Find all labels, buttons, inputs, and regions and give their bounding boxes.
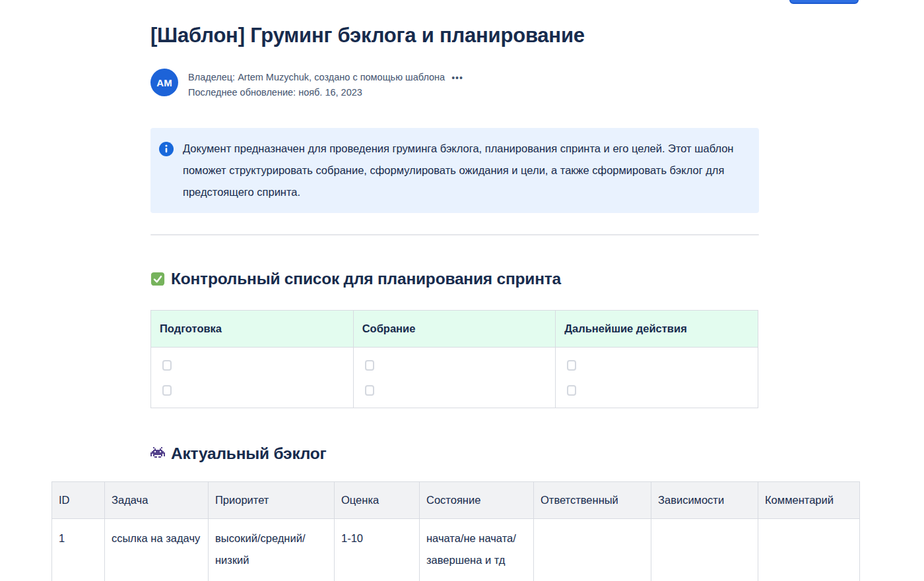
task-checkbox[interactable] bbox=[365, 385, 374, 396]
checklist-col-header: Дальнейшие действия bbox=[556, 311, 758, 348]
content-divider bbox=[150, 234, 759, 235]
info-panel: Документ предназначен для проведения гру… bbox=[150, 128, 759, 213]
checklist-heading-text: Контрольный список для планирования спри… bbox=[171, 270, 561, 288]
info-panel-text: Документ предназначен для проведения гру… bbox=[183, 138, 746, 203]
backlog-cell-assignee bbox=[534, 519, 651, 581]
backlog-col-header: Комментарий bbox=[758, 482, 860, 519]
top-right-primary-button[interactable] bbox=[789, 0, 859, 4]
updated-line: Последнее обновление: нояб. 16, 2023 bbox=[188, 85, 463, 100]
backlog-cell-priority: высокий/средний/низкий bbox=[209, 519, 335, 581]
backlog-cell-comment bbox=[758, 519, 860, 581]
checklist-cell bbox=[556, 348, 758, 408]
info-icon bbox=[158, 141, 174, 157]
checklist-row bbox=[151, 348, 758, 408]
task-checkbox[interactable] bbox=[567, 360, 576, 371]
backlog-cell-status: начата/не начата/завершена и тд bbox=[420, 519, 534, 581]
backlog-row: 1 ссылка на задачу высокий/средний/низки… bbox=[52, 519, 860, 581]
byline: AM Владелец: Artem Muzychuk, создано с п… bbox=[150, 69, 759, 100]
backlog-col-header: Ответственный bbox=[534, 482, 651, 519]
backlog-cell-id: 1 bbox=[52, 519, 105, 581]
backlog-cell-dependencies bbox=[651, 519, 758, 581]
byline-text: Владелец: Artem Muzychuk, создано с помо… bbox=[188, 69, 463, 100]
more-options-button[interactable]: ••• bbox=[451, 73, 463, 82]
page-title: [Шаблон] Груминг бэклога и планирование bbox=[150, 23, 759, 48]
page-container: [Шаблон] Груминг бэклога и планирование … bbox=[0, 0, 924, 581]
section-heading-checklist: Контрольный список для планирования спри… bbox=[150, 270, 759, 288]
avatar[interactable]: AM bbox=[150, 69, 178, 96]
task-checkbox[interactable] bbox=[162, 385, 172, 396]
backlog-cell-task: ссылка на задачу bbox=[105, 519, 209, 581]
checklist-table: Подготовка Собрание Дальнейшие действия bbox=[150, 310, 758, 408]
checklist-col-header: Собрание bbox=[353, 311, 556, 348]
task-checkbox[interactable] bbox=[162, 360, 172, 371]
checklist-col-header: Подготовка bbox=[151, 311, 354, 348]
backlog-col-header: Оценка bbox=[335, 482, 420, 519]
owner-line: Владелец: Artem Muzychuk, создано с помо… bbox=[188, 70, 445, 85]
task-checkbox[interactable] bbox=[365, 360, 374, 371]
document-content: [Шаблон] Груминг бэклога и планирование … bbox=[150, 0, 759, 581]
task-checkbox[interactable] bbox=[567, 385, 576, 396]
backlog-table: ID Задача Приоритет Оценка Состояние Отв… bbox=[51, 481, 860, 581]
backlog-heading-text: Актуальный бэклог bbox=[171, 444, 327, 463]
backlog-cell-estimate: 1-10 bbox=[335, 519, 420, 581]
backlog-col-header: Приоритет bbox=[209, 482, 335, 519]
checklist-cell bbox=[353, 348, 556, 408]
checklist-cell bbox=[151, 348, 354, 408]
alien-monster-emoji-icon bbox=[150, 446, 165, 461]
backlog-col-header: Зависимости bbox=[651, 482, 758, 519]
backlog-col-header: ID bbox=[52, 482, 105, 519]
backlog-col-header: Состояние bbox=[420, 482, 534, 519]
backlog-col-header: Задача bbox=[105, 482, 209, 519]
check-mark-button-emoji-icon bbox=[150, 272, 165, 286]
section-heading-backlog: Актуальный бэклог bbox=[150, 444, 759, 463]
